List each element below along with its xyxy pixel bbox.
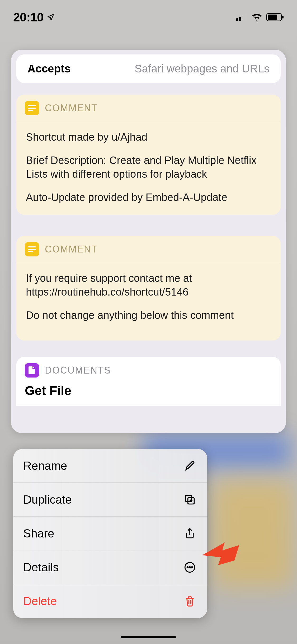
pencil-icon	[184, 460, 196, 472]
comment-header: COMMENT	[16, 236, 281, 263]
comment-label: COMMENT	[45, 244, 98, 255]
svg-rect-6	[282, 16, 284, 19]
comment-body: Shortcut made by u/Ajhad Brief Descripti…	[16, 122, 281, 215]
status-bar: 20:10	[0, 0, 297, 34]
svg-point-10	[187, 567, 188, 568]
menu-item-label: Duplicate	[23, 493, 72, 506]
shortcut-editor-sheet: Accepts Safari webpages and URLs COMMENT…	[11, 50, 286, 433]
menu-item-label: Delete	[23, 595, 57, 608]
ellipsis-circle-icon	[184, 562, 196, 573]
status-right	[236, 13, 284, 21]
context-menu: Rename Duplicate Share Details Delete	[13, 449, 207, 618]
documents-label: DOCUMENTS	[45, 365, 111, 376]
menu-item-label: Share	[23, 527, 54, 540]
get-file-label: Get File	[25, 383, 272, 398]
battery-icon	[266, 13, 284, 21]
trash-icon	[184, 595, 196, 607]
comment-text: If you require support contact me at htt…	[26, 271, 271, 299]
accepts-row[interactable]: Accepts Safari webpages and URLs	[16, 54, 281, 83]
document-icon	[25, 363, 39, 378]
svg-point-12	[191, 567, 192, 568]
svg-rect-1	[239, 17, 241, 21]
comment-text: Do not change anything below this commen…	[26, 308, 271, 322]
svg-rect-3	[245, 13, 247, 21]
comment-icon	[25, 242, 39, 256]
accepts-label: Accepts	[27, 62, 70, 75]
comment-action-card[interactable]: COMMENT Shortcut made by u/Ajhad Brief D…	[16, 95, 281, 215]
documents-header: DOCUMENTS	[25, 363, 272, 378]
comment-header: COMMENT	[16, 95, 281, 122]
home-indicator[interactable]	[121, 636, 176, 638]
share-menu-item[interactable]: Share	[13, 517, 207, 550]
details-menu-item[interactable]: Details	[13, 550, 207, 584]
documents-action-card[interactable]: DOCUMENTS Get File	[16, 357, 281, 406]
wifi-icon	[251, 13, 263, 21]
cellular-icon	[236, 13, 247, 21]
background-blur	[214, 481, 293, 587]
comment-icon	[25, 101, 39, 115]
delete-menu-item[interactable]: Delete	[13, 584, 207, 618]
comment-body: If you require support contact me at htt…	[16, 263, 281, 341]
duplicate-icon	[184, 494, 196, 505]
duplicate-menu-item[interactable]: Duplicate	[13, 483, 207, 517]
menu-item-label: Details	[23, 561, 59, 574]
comment-text: Shortcut made by u/Ajhad	[26, 130, 271, 144]
svg-rect-5	[268, 15, 277, 20]
comment-text: Auto-Update provided by Embed-A-Update	[26, 190, 271, 204]
share-icon	[184, 528, 196, 539]
location-icon	[47, 13, 55, 21]
accepts-value: Safari webpages and URLs	[135, 62, 270, 75]
comment-text: Brief Description: Create and Play Multi…	[26, 153, 271, 181]
svg-point-11	[189, 567, 190, 568]
comment-action-card[interactable]: COMMENT If you require support contact m…	[16, 236, 281, 341]
comment-label: COMMENT	[45, 103, 98, 114]
status-time: 20:10	[13, 10, 44, 24]
svg-rect-0	[236, 18, 238, 21]
rename-menu-item[interactable]: Rename	[13, 449, 207, 483]
menu-item-label: Rename	[23, 459, 67, 472]
status-left: 20:10	[13, 10, 55, 24]
svg-rect-2	[242, 15, 244, 21]
